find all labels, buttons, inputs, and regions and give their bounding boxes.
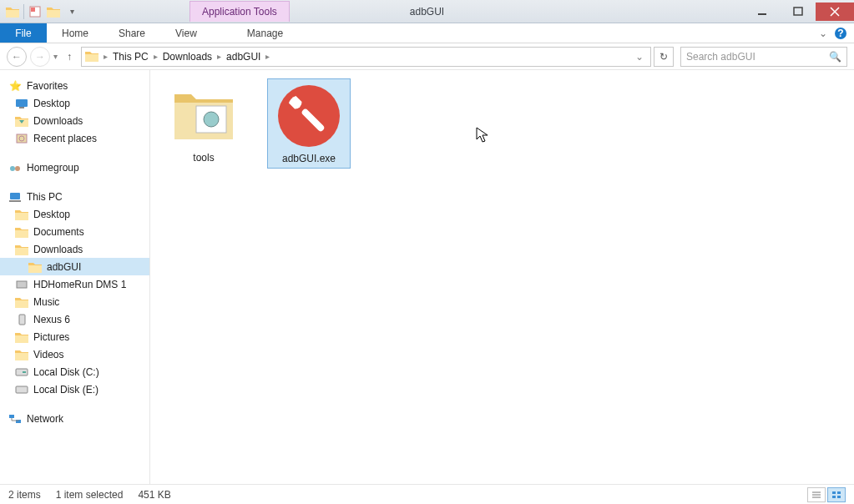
navigation-tree[interactable]: ⭐ Favorites Desktop Downloads Recent pla… [0, 70, 150, 484]
forward-button[interactable]: → [30, 47, 50, 67]
tree-downloads[interactable]: Downloads [0, 112, 149, 129]
tree-label: Downloads [33, 115, 83, 127]
manage-tab[interactable]: Manage [232, 23, 298, 43]
view-tab[interactable]: View [160, 23, 212, 43]
properties-icon[interactable] [26, 3, 44, 21]
file-tab[interactable]: File [0, 23, 47, 43]
folder-item-tools[interactable]: tools [162, 78, 245, 167]
large-icons-view-button[interactable] [827, 487, 846, 502]
tree-label: Downloads [33, 244, 83, 255]
svg-rect-13 [9, 200, 21, 202]
share-tab[interactable]: Share [104, 23, 160, 43]
tree-pc-diskc[interactable]: Local Disk (C:) [0, 363, 149, 381]
folder-icon [15, 114, 28, 128]
folder-icon [15, 243, 28, 256]
tree-pc-pictures[interactable]: Pictures [0, 328, 149, 345]
breadcrumb-separator-icon[interactable]: ▸ [152, 52, 159, 61]
window-title: adbGUI [410, 6, 444, 18]
tree-homegroup[interactable]: Homegroup [0, 159, 149, 176]
folder-icon [15, 208, 28, 221]
svg-rect-26 [837, 491, 841, 494]
star-icon: ⭐ [8, 79, 22, 93]
tree-pc-hdhomerun[interactable]: HDHomeRun DMS 1 [0, 275, 149, 293]
tree-desktop[interactable]: Desktop [0, 94, 149, 112]
status-selected-count: 1 item selected [56, 489, 124, 501]
breadcrumb-item[interactable]: This PC [109, 51, 152, 63]
address-bar-row: ← → ▾ ↑ ▸ This PC ▸ Downloads ▸ adbGUI ▸… [0, 43, 854, 70]
folder-icon [28, 260, 42, 274]
tree-label: Local Disk (E:) [33, 384, 99, 396]
breadcrumb-item[interactable]: Downloads [159, 51, 215, 63]
svg-rect-28 [837, 496, 841, 498]
tree-label: Desktop [33, 98, 70, 109]
history-dropdown-icon[interactable]: ▾ [53, 52, 58, 61]
svg-rect-1 [31, 8, 35, 12]
maximize-button[interactable] [781, 3, 816, 21]
pc-icon [8, 190, 22, 204]
file-pane[interactable]: tools adbGUI.exe [150, 70, 854, 484]
chevron-down-icon[interactable]: ⌄ [819, 28, 827, 39]
tree-pc-desktop[interactable]: Desktop [0, 205, 149, 223]
tree-network[interactable]: Network [0, 410, 149, 427]
file-item-adbgui-exe[interactable]: adbGUI.exe [267, 78, 351, 169]
svg-rect-27 [832, 496, 836, 498]
tree-pc-adbgui[interactable]: adbGUI [0, 258, 149, 275]
tree-pc-nexus6[interactable]: Nexus 6 [0, 310, 149, 328]
tree-thispc[interactable]: This PC [0, 188, 149, 205]
breadcrumb-item[interactable]: adbGUI [223, 51, 264, 63]
up-button[interactable]: ↑ [61, 48, 78, 65]
search-input[interactable] [686, 51, 829, 63]
svg-point-11 [15, 166, 20, 171]
svg-rect-15 [19, 315, 25, 325]
new-folder-icon[interactable] [44, 3, 63, 21]
svg-rect-17 [23, 371, 26, 373]
breadcrumb-bar[interactable]: ▸ This PC ▸ Downloads ▸ adbGUI ▸ ⌄ [81, 47, 651, 67]
svg-rect-14 [17, 281, 27, 288]
tree-favorites[interactable]: ⭐ Favorites [0, 77, 149, 94]
tree-pc-diske[interactable]: Local Disk (E:) [0, 381, 149, 398]
status-item-count: 2 items [8, 489, 41, 501]
tree-label: Nexus 6 [33, 314, 70, 325]
ribbon-right: ⌄ ? [819, 23, 854, 43]
details-view-button[interactable] [807, 487, 826, 502]
minimize-button[interactable] [745, 3, 781, 21]
close-button[interactable] [816, 3, 854, 21]
tree-pc-documents[interactable]: Documents [0, 223, 149, 240]
network-icon [8, 412, 22, 426]
toolbar-dropdown-icon[interactable]: ▾ [63, 3, 81, 21]
title-bar: ▾ Application Tools adbGUI [0, 0, 854, 23]
device-icon [15, 278, 28, 291]
tree-recent[interactable]: Recent places [0, 129, 149, 147]
drive-icon [15, 365, 28, 379]
tree-pc-downloads[interactable]: Downloads [0, 240, 149, 258]
breadcrumb-separator-icon[interactable]: ▸ [102, 52, 109, 61]
breadcrumb-separator-icon[interactable]: ▸ [215, 52, 223, 61]
svg-rect-25 [832, 491, 836, 494]
refresh-button[interactable]: ↻ [654, 47, 674, 67]
help-icon[interactable]: ? [834, 27, 847, 40]
tree-label: Favorites [27, 80, 68, 92]
svg-point-22 [204, 112, 219, 127]
svg-rect-18 [16, 386, 28, 393]
status-bar: 2 items 1 item selected 451 KB [0, 484, 854, 504]
tree-label: adbGUI [47, 261, 81, 273]
tree-label: Videos [33, 349, 63, 360]
search-box[interactable]: 🔍 [680, 47, 847, 67]
svg-rect-6 [16, 99, 28, 107]
ribbon-tabs: File Home Share View Manage ⌄ ? [0, 23, 854, 43]
file-label: tools [193, 152, 214, 164]
phone-icon [15, 313, 28, 326]
app-icon [275, 83, 342, 149]
back-button[interactable]: ← [7, 47, 27, 67]
recent-icon [15, 132, 28, 145]
folder-icon [85, 50, 99, 63]
svg-rect-7 [19, 107, 24, 108]
tree-label: Homegroup [27, 162, 79, 174]
address-dropdown-icon[interactable]: ⌄ [632, 51, 647, 63]
tree-pc-videos[interactable]: Videos [0, 345, 149, 363]
tree-label: Recent places [33, 133, 97, 144]
breadcrumb-separator-icon[interactable]: ▸ [264, 52, 271, 61]
home-tab[interactable]: Home [47, 23, 104, 43]
folder-icon [15, 225, 28, 239]
tree-pc-music[interactable]: Music [0, 293, 149, 310]
